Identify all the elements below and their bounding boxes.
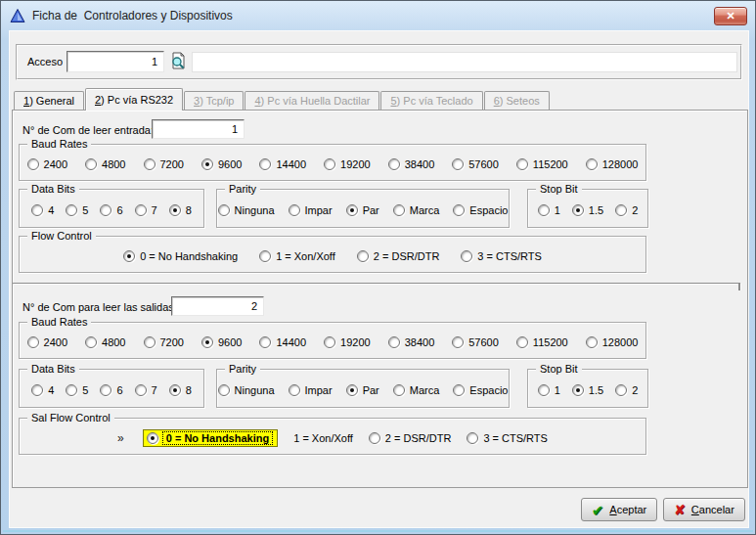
radio-icon: [586, 158, 598, 170]
radio-option-espacio[interactable]: Espacio: [453, 384, 508, 396]
radio-option-38400[interactable]: 38400: [388, 336, 435, 348]
radio-option-57600[interactable]: 57600: [452, 158, 499, 170]
close-button[interactable]: ✕: [714, 7, 747, 25]
acceso-input[interactable]: [67, 51, 164, 72]
radio-option-2400[interactable]: 2400: [27, 158, 67, 170]
group-legend: Stop Bit: [536, 183, 582, 195]
radio-icon: [147, 432, 158, 444]
radio-label: 7: [152, 384, 157, 396]
acceso-detail-field[interactable]: [192, 52, 737, 72]
radio-label: 2400: [44, 336, 67, 348]
radio-option-7200[interactable]: 7200: [144, 336, 184, 348]
radio-label: Par: [363, 384, 379, 396]
lookup-button[interactable]: [167, 52, 189, 71]
dialog-window: Ficha de Controladores y Dispositivos ✕ …: [0, 0, 756, 535]
com-entrada-label: N° de Com de leer entrada:: [22, 124, 154, 136]
radio-label: 128000: [602, 158, 639, 170]
radio-option-6[interactable]: 6: [100, 204, 122, 216]
com-salida-input[interactable]: [171, 296, 264, 316]
radio-option-8[interactable]: 8: [169, 204, 192, 216]
radio-option-impar[interactable]: Impar: [289, 384, 333, 396]
radio-option-9600[interactable]: 9600: [201, 336, 242, 348]
radio-option-2[interactable]: 2: [615, 384, 638, 396]
radio-option-7200[interactable]: 7200: [144, 158, 184, 170]
radio-option-3-cts-rts[interactable]: 3 = CTS/RTS: [467, 432, 548, 444]
tab-pc-via-huella-dactilar[interactable]: 4) Pc vía Huella Dactilar: [245, 91, 379, 110]
radio-option-57600[interactable]: 57600: [452, 336, 499, 348]
radio-option-ninguna[interactable]: Ninguna: [218, 384, 275, 396]
group-sal-flow-control: Sal Flow Control » 0 = No Handshaking1 =…: [19, 418, 646, 455]
radio-option-3-cts-rts[interactable]: 3 = CTS/RTS: [461, 250, 542, 262]
tab-tcp-ip[interactable]: 3) Tcp/ip: [184, 91, 244, 110]
radio-icon: [516, 158, 528, 170]
radio-option-1.5[interactable]: 1.5: [572, 204, 603, 216]
radio-option-par[interactable]: Par: [346, 204, 379, 216]
radio-option-1[interactable]: 1: [538, 384, 560, 396]
radio-group-parity-salida: NingunaImparParMarcaEspacio: [217, 370, 509, 407]
radio-option-1-xon-xoff[interactable]: 1 = Xon/Xoff: [259, 250, 335, 262]
radio-option-ninguna[interactable]: Ninguna: [218, 204, 275, 216]
radio-icon: [538, 204, 550, 216]
radio-option-128000[interactable]: 128000: [586, 336, 639, 348]
radio-option-128000[interactable]: 128000: [586, 158, 639, 170]
radio-icon: [393, 204, 405, 216]
radio-label: 128000: [602, 336, 639, 348]
radio-option-5[interactable]: 5: [66, 204, 88, 216]
radio-option-1-xon-xoff[interactable]: 1 = Xon/Xoff: [293, 432, 353, 444]
radio-option-espacio[interactable]: Espacio: [453, 204, 508, 216]
radio-option-5[interactable]: 5: [66, 384, 88, 396]
radio-option-1.5[interactable]: 1.5: [572, 384, 603, 396]
radio-label: 7200: [160, 336, 184, 348]
radio-option-38400[interactable]: 38400: [388, 158, 435, 170]
radio-icon: [85, 336, 97, 348]
radio-option-impar[interactable]: Impar: [289, 204, 333, 216]
title-bar[interactable]: Ficha de Controladores y Dispositivos ✕: [1, 1, 755, 30]
cancelar-button[interactable]: ✘ Cancelar: [663, 498, 745, 521]
radio-label: 6: [116, 204, 122, 216]
radio-option-2400[interactable]: 2400: [27, 336, 67, 348]
radio-option-115200[interactable]: 115200: [516, 336, 568, 348]
radio-option-2[interactable]: 2: [615, 204, 638, 216]
radio-option-19200[interactable]: 19200: [324, 336, 371, 348]
radio-option-2-dsr-dtr[interactable]: 2 = DSR/DTR: [357, 250, 440, 262]
radio-option-9600[interactable]: 9600: [201, 158, 242, 170]
radio-icon: [135, 384, 147, 396]
tab-label: ) Pc vía Huella Dactilar: [261, 95, 371, 107]
radio-icon: [452, 336, 464, 348]
radio-label: 0 = No Handshaking: [163, 432, 272, 444]
com-entrada-input[interactable]: [152, 119, 245, 139]
radio-option-6[interactable]: 6: [100, 384, 122, 396]
radio-option-marca[interactable]: Marca: [393, 384, 440, 396]
radio-option-115200[interactable]: 115200: [516, 158, 568, 170]
radio-option-14400[interactable]: 14400: [259, 336, 306, 348]
radio-label: 7: [152, 204, 157, 216]
radio-icon: [388, 336, 400, 348]
radio-option-7[interactable]: 7: [135, 384, 157, 396]
radio-option-4800[interactable]: 4800: [85, 336, 125, 348]
radio-label: 57600: [468, 158, 499, 170]
radio-label: 3 = CTS/RTS: [477, 250, 542, 262]
tab-general[interactable]: 1) General: [14, 91, 84, 110]
radio-option-4800[interactable]: 4800: [85, 158, 125, 170]
radio-option-marca[interactable]: Marca: [393, 204, 440, 216]
acceso-label: Acceso: [27, 56, 63, 67]
radio-option-8[interactable]: 8: [169, 384, 192, 396]
radio-option-2-dsr-dtr[interactable]: 2 = DSR/DTR: [369, 432, 452, 444]
radio-label: Ninguna: [235, 204, 275, 216]
tab-seteos[interactable]: 6) Seteos: [484, 91, 550, 110]
tab-pc-via-teclado[interactable]: 5) Pc vía Teclado: [380, 91, 482, 110]
radio-option-4[interactable]: 4: [31, 204, 54, 216]
radio-icon: [31, 384, 43, 396]
radio-option-1[interactable]: 1: [538, 204, 560, 216]
radio-option-19200[interactable]: 19200: [324, 158, 371, 170]
radio-icon: [615, 384, 627, 396]
radio-icon: [586, 336, 598, 348]
radio-option-4[interactable]: 4: [31, 384, 54, 396]
radio-option-0-no-handshaking[interactable]: 0 = No Handshaking: [143, 429, 278, 447]
radio-option-0-no-handshaking[interactable]: 0 = No Handshaking: [123, 250, 238, 262]
tab-pc-via-rs232[interactable]: 2) Pc vía RS232: [85, 88, 183, 111]
radio-option-7[interactable]: 7: [135, 204, 157, 216]
radio-option-par[interactable]: Par: [346, 384, 379, 396]
aceptar-button[interactable]: ✔ Aceptar: [581, 498, 657, 521]
radio-option-14400[interactable]: 14400: [259, 158, 306, 170]
